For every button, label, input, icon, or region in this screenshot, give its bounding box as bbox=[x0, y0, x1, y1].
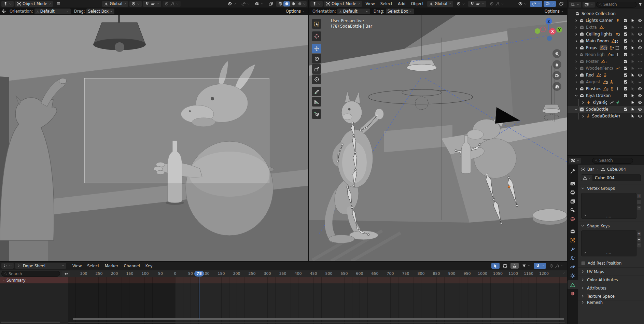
eye-closed-icon[interactable] bbox=[638, 59, 642, 64]
resize-grip[interactable]: :::: bbox=[606, 253, 612, 256]
dopesheet-menu-view[interactable]: View bbox=[70, 264, 84, 268]
options-button[interactable]: Options bbox=[543, 9, 565, 14]
checkbox-icon[interactable] bbox=[623, 73, 628, 78]
list-filter-icon[interactable] bbox=[584, 251, 587, 255]
proportional-editing-button[interactable] bbox=[488, 1, 506, 7]
checkbox-icon[interactable] bbox=[623, 45, 628, 50]
shading-material-button[interactable] bbox=[290, 1, 296, 6]
properties-tab-material[interactable] bbox=[568, 289, 578, 298]
checkbox-icon[interactable] bbox=[623, 86, 628, 91]
collapse-icon[interactable] bbox=[562, 272, 565, 275]
hidden-channels-toggle[interactable] bbox=[501, 263, 509, 269]
camera-viewport-canvas[interactable] bbox=[0, 15, 308, 261]
collapse-toggle-icon[interactable] bbox=[574, 94, 578, 98]
remove-item-button[interactable]: − bbox=[637, 237, 641, 242]
outliner-row-kiya-drakon[interactable]: Kiya Drakon bbox=[568, 92, 644, 99]
rotate-tool[interactable] bbox=[312, 54, 321, 64]
checkbox-icon[interactable] bbox=[623, 52, 628, 57]
outliner-row-ceiling-lights[interactable]: Ceiling lights2 bbox=[568, 31, 644, 38]
specials-menu-button[interactable] bbox=[637, 243, 641, 248]
viewport-menu-select[interactable]: Select bbox=[378, 1, 394, 6]
select-box-tool[interactable] bbox=[312, 19, 321, 29]
add-cube-tool[interactable] bbox=[312, 109, 321, 119]
viewport-menu-add[interactable]: Add bbox=[396, 1, 407, 6]
viewport-camera[interactable]: Object Mode Global bbox=[0, 0, 308, 261]
dopesheet-menu-channel[interactable]: Channel bbox=[122, 264, 142, 268]
expand-toggle-icon[interactable] bbox=[574, 59, 578, 64]
snap-pivot-button[interactable] bbox=[454, 1, 467, 7]
snap-button[interactable] bbox=[534, 263, 546, 269]
viewport-user[interactable]: Object Mode ViewSelectAddObject Global O… bbox=[309, 0, 567, 261]
panel-header-uv-maps[interactable]: UV Maps bbox=[578, 267, 644, 276]
selectable-icon[interactable] bbox=[630, 52, 635, 57]
transform-orientation-select[interactable]: Global bbox=[102, 1, 128, 7]
expand-toggle-icon[interactable] bbox=[581, 100, 585, 105]
selectable-icon[interactable] bbox=[630, 93, 635, 98]
viewport-menu-view[interactable]: View bbox=[363, 1, 377, 6]
snap-pivot-button[interactable] bbox=[129, 1, 142, 7]
expand-toggle-icon[interactable] bbox=[574, 39, 578, 43]
shading-solid-button[interactable] bbox=[283, 1, 290, 6]
checkbox-icon[interactable] bbox=[623, 25, 628, 30]
object-visibility-button[interactable] bbox=[226, 1, 238, 7]
filter-button[interactable] bbox=[520, 263, 532, 269]
panel-header-attributes[interactable]: Attributes bbox=[578, 284, 644, 292]
object-visibility-button[interactable] bbox=[516, 1, 529, 7]
transform-orientation-select[interactable]: Global bbox=[427, 1, 453, 7]
selectable-icon[interactable] bbox=[630, 107, 635, 112]
eye-open-icon[interactable] bbox=[638, 93, 642, 98]
transform-tool[interactable] bbox=[312, 74, 321, 84]
properties-tab-constraints[interactable] bbox=[568, 271, 578, 280]
eye-closed-icon[interactable] bbox=[638, 80, 642, 84]
selectable-icon[interactable] bbox=[630, 59, 635, 64]
outliner-row-august[interactable]: August5 bbox=[568, 79, 644, 85]
properties-tab-tool[interactable] bbox=[568, 167, 578, 176]
scale-tool[interactable] bbox=[312, 64, 321, 74]
properties-tab-modifiers[interactable] bbox=[568, 245, 578, 254]
timeline-ruler[interactable]: Search -300-250-200-150-100-500501001502… bbox=[0, 270, 567, 277]
checkbox-icon[interactable] bbox=[623, 80, 628, 84]
cursor-tool[interactable] bbox=[312, 31, 321, 41]
options-button[interactable]: Options bbox=[284, 9, 307, 14]
selectable-icon[interactable] bbox=[630, 39, 635, 43]
channel-scrollbar[interactable] bbox=[1, 322, 60, 323]
shading-rendered-button[interactable] bbox=[296, 1, 303, 6]
outliner-row-neon-lights[interactable]: Neon lights18 bbox=[568, 51, 644, 58]
outliner-row-main-room[interactable]: Main Room19 bbox=[568, 38, 644, 44]
orientation-select[interactable]: Default bbox=[34, 9, 71, 14]
horizontal-scrollbar[interactable] bbox=[73, 318, 564, 320]
editor-type-button[interactable] bbox=[569, 158, 581, 164]
mode-select[interactable]: Object Mode bbox=[324, 1, 362, 7]
eye-closed-icon[interactable] bbox=[638, 66, 642, 71]
user-viewport-canvas[interactable]: User Perspective (78) SodaBottle | Bar Z… bbox=[309, 15, 567, 261]
current-frame-indicator[interactable]: 78 bbox=[194, 271, 204, 277]
properties-tab-object-data[interactable] bbox=[568, 280, 578, 289]
pan-widget[interactable] bbox=[552, 60, 561, 69]
camera-view-widget[interactable] bbox=[552, 71, 561, 80]
outliner-row-sodabottlearma[interactable]: SodaBottleArma bbox=[568, 113, 644, 119]
eye-closed-icon[interactable] bbox=[638, 25, 642, 30]
display-mode-button[interactable] bbox=[583, 2, 595, 8]
expand-toggle-icon[interactable] bbox=[574, 25, 578, 30]
overlays-button[interactable] bbox=[544, 1, 556, 7]
gizmos-button[interactable] bbox=[239, 1, 252, 7]
breadcrumb-object[interactable]: Bar bbox=[587, 167, 594, 172]
proportional-editing-button[interactable] bbox=[547, 263, 565, 269]
eye-open-icon[interactable] bbox=[638, 39, 642, 43]
editor-type-button[interactable] bbox=[1, 263, 14, 269]
outliner-row-scene-collection[interactable]: Scene Collection bbox=[568, 10, 644, 17]
zoom-widget[interactable] bbox=[552, 49, 561, 58]
specials-menu-button[interactable] bbox=[637, 205, 641, 210]
expand-toggle-icon[interactable] bbox=[574, 80, 578, 84]
summary-channel[interactable]: Summary bbox=[0, 277, 68, 283]
eye-closed-icon[interactable] bbox=[638, 52, 642, 57]
outliner-row-red[interactable]: Red9 bbox=[568, 72, 644, 79]
selectable-icon[interactable] bbox=[630, 18, 635, 23]
snap-settings-button[interactable] bbox=[143, 1, 161, 7]
drag-select[interactable]: Select Box bbox=[386, 9, 414, 14]
expand-toggle-icon[interactable] bbox=[574, 46, 578, 50]
bottom-scrollbar[interactable] bbox=[68, 322, 565, 323]
properties-tab-particles[interactable] bbox=[568, 254, 578, 263]
selectable-icon[interactable] bbox=[630, 32, 635, 37]
eye-open-icon[interactable] bbox=[638, 32, 642, 37]
